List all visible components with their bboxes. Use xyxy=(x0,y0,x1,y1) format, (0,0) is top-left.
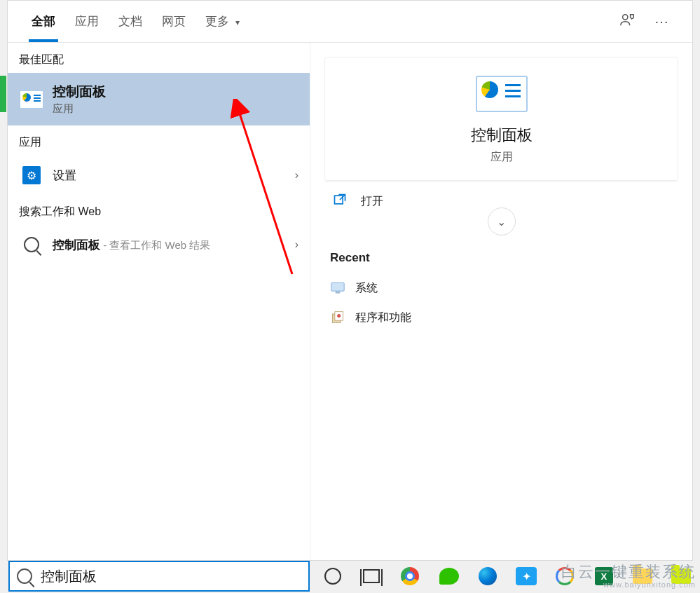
decorative-strip xyxy=(0,76,6,112)
search-input-container[interactable] xyxy=(8,561,310,592)
chrome-app[interactable] xyxy=(399,564,422,588)
web-result-suffix: - 查看工作和 Web 结果 xyxy=(100,239,210,251)
result-title: 设置 xyxy=(53,168,295,184)
tab-more[interactable]: 更多 ▾ xyxy=(195,1,249,42)
programs-icon xyxy=(330,310,345,325)
chevron-right-icon: › xyxy=(295,169,298,182)
svg-rect-4 xyxy=(336,292,341,294)
chevron-down-icon: ▾ xyxy=(235,18,240,27)
edge-app[interactable] xyxy=(476,564,499,588)
tab-web[interactable]: 网页 xyxy=(152,1,195,42)
open-icon xyxy=(333,193,350,210)
feedback-icon[interactable] xyxy=(610,5,645,38)
folder-app-2[interactable] xyxy=(670,564,693,588)
chevron-down-icon: ⌄ xyxy=(497,215,506,229)
section-search-web: 搜索工作和 Web xyxy=(8,195,310,225)
expand-toggle[interactable]: ⌄ xyxy=(324,221,678,236)
preview-title: 控制面板 xyxy=(471,125,533,146)
taskbar: ✦ X xyxy=(314,559,700,593)
recent-label: 系统 xyxy=(355,281,378,296)
more-options-icon[interactable]: ⋯ xyxy=(645,6,678,37)
search-panel: 全部 应用 文档 网页 更多 ▾ ⋯ 最佳匹配 控制面板 应用 应用 ⚙ xyxy=(7,0,693,561)
action-open-label: 打开 xyxy=(361,194,383,209)
result-title: 控制面板 - 查看工作和 Web 结果 xyxy=(53,237,295,253)
gear-icon: ⚙ xyxy=(19,163,44,188)
filter-tabs: 全部 应用 文档 网页 更多 ▾ ⋯ xyxy=(8,1,692,43)
preview-card: 控制面板 应用 xyxy=(324,57,678,181)
preview-pane: 控制面板 应用 打开 ⌄ Recent 系统 xyxy=(310,43,692,560)
tab-docs[interactable]: 文档 xyxy=(109,1,152,42)
svg-point-0 xyxy=(623,15,628,20)
control-panel-icon xyxy=(19,87,44,112)
cortana-button[interactable] xyxy=(321,564,344,588)
excel-app[interactable]: X xyxy=(592,564,615,588)
web-result-prefix: 控制面板 xyxy=(53,238,100,252)
result-settings[interactable]: ⚙ 设置 › xyxy=(8,156,310,195)
recent-system[interactable]: 系统 xyxy=(324,273,678,303)
svg-rect-3 xyxy=(331,283,344,292)
tab-all[interactable]: 全部 xyxy=(22,1,65,42)
twitter-app[interactable]: ✦ xyxy=(514,564,537,588)
result-control-panel[interactable]: 控制面板 应用 xyxy=(8,73,310,125)
control-panel-icon xyxy=(476,76,528,112)
folder-app[interactable] xyxy=(631,564,654,588)
task-view-button[interactable] xyxy=(359,564,383,588)
svg-point-7 xyxy=(337,314,341,318)
tab-more-label: 更多 xyxy=(205,15,229,28)
section-best-match: 最佳匹配 xyxy=(8,43,310,73)
preview-subtitle: 应用 xyxy=(490,150,513,165)
svg-rect-2 xyxy=(335,196,343,204)
search-input[interactable] xyxy=(41,568,301,585)
search-icon xyxy=(17,568,32,584)
recent-programs[interactable]: 程序和功能 xyxy=(324,303,678,332)
result-subtitle: 应用 xyxy=(53,102,298,116)
section-apps: 应用 xyxy=(8,125,310,156)
result-web-search[interactable]: 控制面板 - 查看工作和 Web 结果 › xyxy=(8,225,310,264)
tab-apps[interactable]: 应用 xyxy=(65,1,109,42)
recent-label: 程序和功能 xyxy=(355,311,411,325)
chevron-right-icon: › xyxy=(295,238,298,251)
wechat-app[interactable] xyxy=(437,564,460,588)
results-list: 最佳匹配 控制面板 应用 应用 ⚙ 设置 › 搜索工作和 Web xyxy=(8,43,310,560)
result-title: 控制面板 xyxy=(53,83,298,101)
monitor-icon xyxy=(330,280,345,296)
google-app[interactable] xyxy=(554,564,577,588)
search-icon xyxy=(19,232,44,257)
recent-header: Recent xyxy=(324,236,678,273)
